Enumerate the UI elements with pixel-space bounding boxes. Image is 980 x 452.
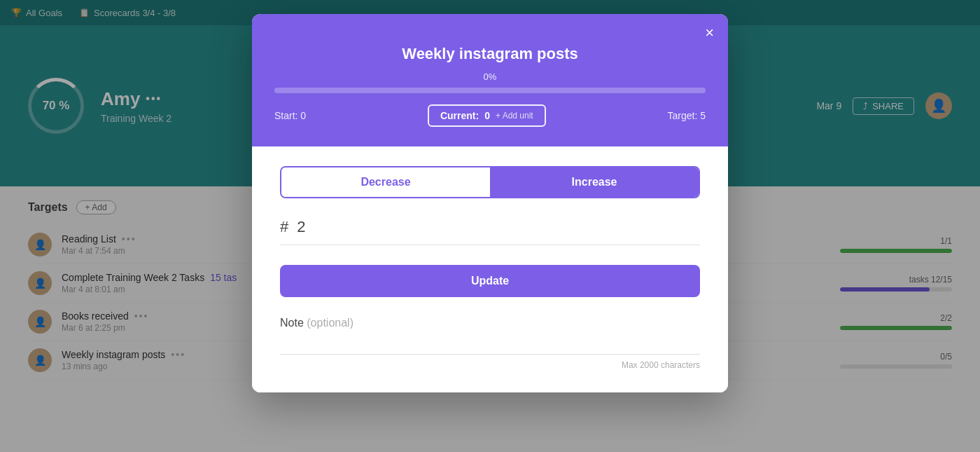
number-row: # xyxy=(280,218,700,245)
modal-progress-percent: 0% xyxy=(274,71,706,82)
number-hash: # xyxy=(280,218,288,236)
note-label: Note (optional) xyxy=(280,317,700,329)
modal-overlay: 👤 × Weekly instagram posts 0% Start: 0 C… xyxy=(0,0,980,452)
modal-title: Weekly instagram posts xyxy=(274,45,706,63)
add-unit-label[interactable]: + Add unit xyxy=(496,111,533,121)
modal-body: Decrease Increase # Update Note (optiona… xyxy=(252,146,728,392)
current-button[interactable]: Current: 0 + Add unit xyxy=(428,104,546,127)
start-value: 0 xyxy=(300,110,306,121)
modal-header: × Weekly instagram posts 0% Start: 0 Cur… xyxy=(252,14,728,146)
note-max-chars: Max 2000 characters xyxy=(280,360,700,370)
modal: 👤 × Weekly instagram posts 0% Start: 0 C… xyxy=(252,14,728,392)
increase-button[interactable]: Increase xyxy=(490,167,699,197)
toggle-row: Decrease Increase xyxy=(280,166,700,198)
target-label: Target: 5 xyxy=(668,110,706,121)
current-value: 0 xyxy=(484,110,490,121)
decrease-button[interactable]: Decrease xyxy=(281,167,490,197)
note-input[interactable] xyxy=(280,338,700,355)
progress-track xyxy=(274,88,706,93)
update-button[interactable]: Update xyxy=(280,265,700,297)
start-label: Start: 0 xyxy=(274,110,306,121)
number-input[interactable] xyxy=(297,218,339,236)
modal-close-button[interactable]: × xyxy=(705,25,714,41)
start-target-row: Start: 0 Current: 0 + Add unit Target: 5 xyxy=(274,104,706,127)
target-value: 5 xyxy=(700,110,706,121)
note-section: Note (optional) Max 2000 characters xyxy=(280,317,700,370)
